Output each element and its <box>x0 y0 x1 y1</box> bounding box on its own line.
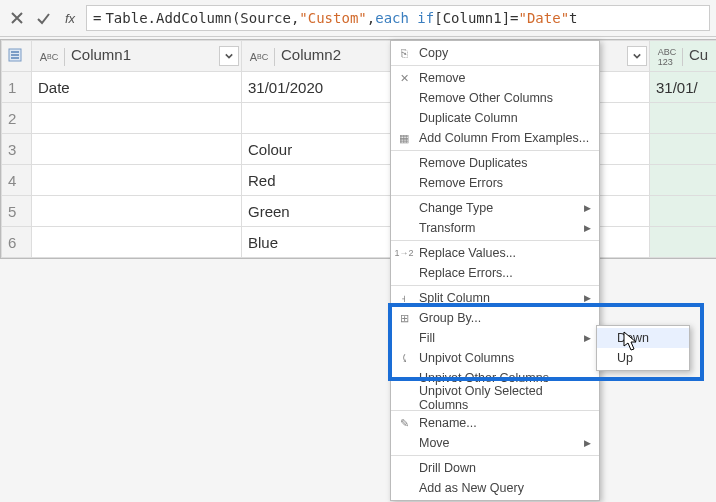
column-header-column1[interactable]: ABCColumn1 <box>32 41 242 72</box>
menu-replace-values[interactable]: 1→2Replace Values... <box>391 243 599 263</box>
menu-remove[interactable]: ✕Remove <box>391 68 599 88</box>
cell[interactable] <box>32 134 242 165</box>
row-header[interactable]: 4 <box>2 165 32 196</box>
accept-formula-button[interactable] <box>32 7 54 29</box>
unpivot-icon: ⤹ <box>397 351 411 365</box>
submenu-arrow-icon: ▶ <box>584 438 591 448</box>
table-row[interactable]: 6Blue <box>2 227 717 258</box>
fill-submenu: Down Up <box>596 325 690 371</box>
menu-duplicate[interactable]: Duplicate Column <box>391 108 599 128</box>
menu-unpivot-selected[interactable]: Unpivot Only Selected Columns <box>391 388 599 408</box>
type-text-icon: ABC <box>248 48 275 66</box>
table-row[interactable]: 2 <box>2 103 717 134</box>
row-header[interactable]: 3 <box>2 134 32 165</box>
filter-dropdown-icon[interactable] <box>219 46 239 66</box>
table-row[interactable]: 5Green <box>2 196 717 227</box>
group-icon: ⊞ <box>397 311 411 325</box>
fx-label: fx <box>58 11 82 26</box>
row-header[interactable]: 1 <box>2 72 32 103</box>
formula-input[interactable]: = Table.AddColumn(Source, "Custom", each… <box>86 5 710 31</box>
row-header[interactable]: 2 <box>2 103 32 134</box>
cell[interactable] <box>650 103 717 134</box>
type-any-icon: ABC123 <box>656 48 683 66</box>
row-header[interactable]: 6 <box>2 227 32 258</box>
submenu-arrow-icon: ▶ <box>584 333 591 343</box>
cell[interactable] <box>32 227 242 258</box>
submenu-arrow-icon: ▶ <box>584 203 591 213</box>
context-menu: ⎘Copy ✕Remove Remove Other Columns Dupli… <box>390 40 600 501</box>
menu-group-by[interactable]: ⊞Group By... <box>391 308 599 328</box>
svg-rect-2 <box>11 54 19 56</box>
menu-fill[interactable]: Fill▶ <box>391 328 599 348</box>
submenu-arrow-icon: ▶ <box>584 293 591 303</box>
submenu-up[interactable]: Up <box>597 348 689 368</box>
menu-split-column[interactable]: ⫞Split Column▶ <box>391 288 599 308</box>
svg-rect-1 <box>11 51 19 53</box>
menu-remove-duplicates[interactable]: Remove Duplicates <box>391 153 599 173</box>
split-icon: ⫞ <box>397 291 411 305</box>
cell[interactable] <box>650 227 717 258</box>
cell[interactable]: 31/01/ <box>650 72 717 103</box>
cell[interactable]: Date <box>32 72 242 103</box>
menu-move[interactable]: Move▶ <box>391 433 599 453</box>
table-icon: ▦ <box>397 131 411 145</box>
menu-replace-errors[interactable]: Replace Errors... <box>391 263 599 283</box>
menu-drill-down[interactable]: Drill Down <box>391 458 599 478</box>
menu-transform[interactable]: Transform▶ <box>391 218 599 238</box>
formula-bar: fx = Table.AddColumn(Source, "Custom", e… <box>0 0 716 37</box>
submenu-down[interactable]: Down <box>597 328 689 348</box>
cancel-formula-button[interactable] <box>6 7 28 29</box>
menu-copy[interactable]: ⎘Copy <box>391 43 599 63</box>
cell[interactable] <box>650 134 717 165</box>
table-row[interactable]: 3Colour <box>2 134 717 165</box>
menu-change-type[interactable]: Change Type▶ <box>391 198 599 218</box>
table-row[interactable]: 4Red <box>2 165 717 196</box>
menu-remove-errors[interactable]: Remove Errors <box>391 173 599 193</box>
replace-icon: 1→2 <box>397 246 411 260</box>
menu-add-from-examples[interactable]: ▦Add Column From Examples... <box>391 128 599 148</box>
menu-unpivot[interactable]: ⤹Unpivot Columns <box>391 348 599 368</box>
data-grid: ABCColumn1 ABCColumn2 ABC123Cu 1Date31/0… <box>0 39 716 259</box>
type-text-icon: ABC <box>38 48 65 66</box>
table-row[interactable]: 1Date31/01/202031/01/ <box>2 72 717 103</box>
row-header[interactable]: 5 <box>2 196 32 227</box>
submenu-arrow-icon: ▶ <box>584 223 591 233</box>
svg-rect-3 <box>11 57 19 59</box>
copy-icon: ⎘ <box>397 46 411 60</box>
select-all-corner[interactable] <box>2 41 32 72</box>
column-header-custom[interactable]: ABC123Cu <box>650 41 717 72</box>
filter-dropdown-icon[interactable] <box>627 46 647 66</box>
menu-add-new-query[interactable]: Add as New Query <box>391 478 599 498</box>
menu-rename[interactable]: ✎Rename... <box>391 413 599 433</box>
rename-icon: ✎ <box>397 416 411 430</box>
remove-icon: ✕ <box>397 71 411 85</box>
menu-remove-other[interactable]: Remove Other Columns <box>391 88 599 108</box>
cell[interactable] <box>650 196 717 227</box>
cell[interactable] <box>32 196 242 227</box>
cell[interactable] <box>32 103 242 134</box>
cell[interactable] <box>650 165 717 196</box>
cell[interactable] <box>32 165 242 196</box>
